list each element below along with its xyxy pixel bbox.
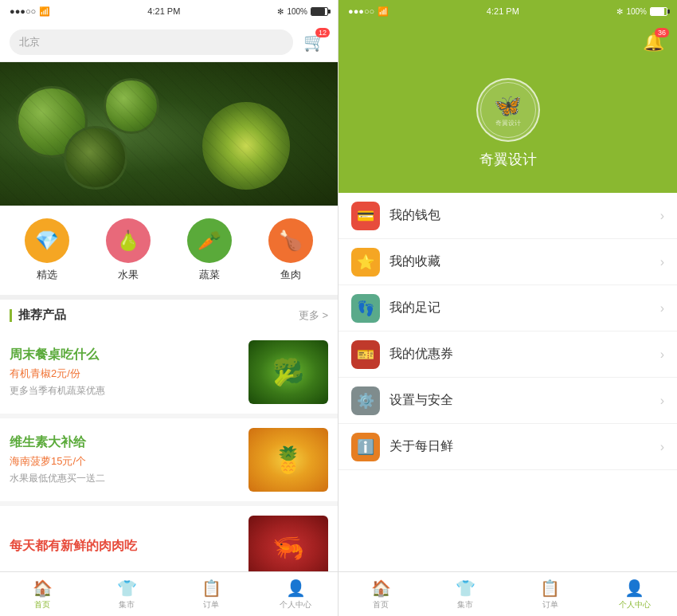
nav-order-label-left: 订单 bbox=[203, 599, 219, 610]
menu-item-settings[interactable]: ⚙️ 设置与安全 › bbox=[338, 378, 677, 424]
nav-profile-label-right: 个人中心 bbox=[619, 599, 651, 610]
profile-section: 🦋 奇翼设计 奇翼设计 bbox=[338, 62, 677, 193]
chicken-icon: 🍗 bbox=[279, 230, 303, 252]
product-desc-0: 更多当季有机蔬菜优惠 bbox=[10, 384, 248, 398]
product-list: 周末餐桌吃什么 有机青椒2元/份 更多当季有机蔬菜优惠 🥦 维生素大补给 海南菠… bbox=[0, 331, 338, 571]
product-subtitle-1: 海南菠萝15元/个 bbox=[10, 454, 248, 469]
nav-profile-left[interactable]: 👤 个人中心 bbox=[253, 572, 338, 616]
left-header: 北京 🛒 12 bbox=[0, 22, 338, 62]
carrot-icon: 🥕 bbox=[198, 230, 221, 252]
profile-icon-right: 👤 bbox=[624, 579, 644, 598]
chevron-right-icon-about: › bbox=[660, 440, 664, 454]
bottom-nav-left: 🏠 首页 👕 集市 📋 订单 👤 个人中心 bbox=[0, 571, 338, 616]
fruit-visual: 🍍 bbox=[248, 428, 328, 492]
coupon-icon: 🎫 bbox=[357, 346, 374, 363]
nav-jishi-label-left: 集市 bbox=[119, 599, 135, 610]
menu-label-footprint: 我的足记 bbox=[389, 300, 660, 316]
menu-label-favorites: 我的收藏 bbox=[389, 253, 660, 270]
category-shuiguo[interactable]: 🍐 水果 bbox=[106, 218, 151, 282]
title-bar-decoration bbox=[10, 309, 12, 322]
product-info-1: 维生素大补给 海南菠萝15元/个 水果最低优惠买一送二 bbox=[10, 434, 248, 485]
status-left-right: ●●●○○ 📶 bbox=[348, 6, 389, 17]
product-title-1: 维生素大补给 bbox=[10, 434, 248, 451]
notif-badge: 36 bbox=[655, 28, 669, 37]
logo-tagline: 奇翼设计 bbox=[495, 119, 521, 128]
jishi-icon-left: 👕 bbox=[117, 579, 137, 598]
status-time-right: 4:21 PM bbox=[487, 6, 519, 16]
nav-order-left[interactable]: 📋 订单 bbox=[169, 572, 253, 616]
product-card-1[interactable]: 维生素大补给 海南菠萝15元/个 水果最低优惠买一送二 🍍 bbox=[0, 418, 338, 501]
footprint-icon-wrap: 👣 bbox=[351, 294, 380, 323]
about-icon-wrap: ℹ️ bbox=[351, 433, 380, 461]
hero-banner bbox=[0, 62, 338, 206]
chevron-right-icon-settings: › bbox=[660, 394, 664, 408]
more-link[interactable]: 更多 > bbox=[299, 308, 328, 323]
section-title: 推荐产品 bbox=[18, 308, 299, 323]
search-bar[interactable]: 北京 bbox=[10, 29, 293, 55]
product-card-2[interactable]: 每天都有新鲜的肉肉吃 🦐 bbox=[0, 506, 338, 571]
category-icon-shuiguo: 🍐 bbox=[106, 218, 151, 263]
nav-profile-right[interactable]: 👤 个人中心 bbox=[593, 572, 677, 616]
wallet-icon-wrap: 💳 bbox=[351, 202, 380, 230]
section-header: 推荐产品 更多 > bbox=[0, 295, 338, 331]
left-phone: ●●●○○ 📶 4:21 PM ✻ 100% 北京 🛒 12 bbox=[0, 0, 338, 616]
product-info-2: 每天都有新鲜的肉肉吃 bbox=[10, 538, 248, 558]
category-shucai[interactable]: 🥕 蔬菜 bbox=[187, 218, 232, 282]
nav-jishi-left[interactable]: 👕 集市 bbox=[84, 572, 169, 616]
nav-profile-label-left: 个人中心 bbox=[280, 599, 311, 610]
pear-icon: 🍐 bbox=[116, 230, 140, 252]
signal-dots: ●●●○○ bbox=[10, 6, 36, 16]
nav-home-right[interactable]: 🏠 首页 bbox=[338, 572, 423, 616]
status-time-left: 4:21 PM bbox=[147, 6, 180, 16]
category-label-shuiguo: 水果 bbox=[118, 268, 139, 282]
product-info-0: 周末餐桌吃什么 有机青椒2元/份 更多当季有机蔬菜优惠 bbox=[10, 347, 248, 398]
menu-item-footprint[interactable]: 👣 我的足记 › bbox=[338, 285, 677, 332]
logo-inner: 🦋 奇翼设计 bbox=[480, 82, 536, 138]
favorites-icon-wrap: ⭐ bbox=[351, 248, 380, 277]
battery-percent-left: 100% bbox=[287, 7, 307, 16]
bottom-nav-right: 🏠 首页 👕 集市 📋 订单 👤 个人中心 bbox=[338, 571, 677, 616]
category-label-jingxuan: 精选 bbox=[37, 268, 57, 282]
product-card-0[interactable]: 周末餐桌吃什么 有机青椒2元/份 更多当季有机蔬菜优惠 🥦 bbox=[0, 331, 338, 414]
cart-button[interactable]: 🛒 12 bbox=[299, 28, 328, 57]
nav-home-left[interactable]: 🏠 首页 bbox=[0, 572, 84, 616]
menu-item-wallet[interactable]: 💳 我的钱包 › bbox=[338, 193, 677, 239]
battery-section-left: ✻ 100% bbox=[277, 7, 328, 16]
avatar-circle: 🦋 奇翼设计 bbox=[476, 78, 540, 142]
info-icon: ℹ️ bbox=[357, 438, 374, 456]
menu-item-favorites[interactable]: ⭐ 我的收藏 › bbox=[338, 239, 677, 285]
coupon-icon-wrap: 🎫 bbox=[351, 340, 380, 369]
right-header: 🔔 36 bbox=[338, 22, 677, 62]
chevron-right-icon-footprint: › bbox=[660, 301, 664, 316]
nav-jishi-right[interactable]: 👕 集市 bbox=[423, 572, 507, 616]
category-yurou[interactable]: 🍗 鱼肉 bbox=[268, 218, 313, 282]
chevron-right-icon-favorites: › bbox=[660, 255, 664, 269]
nav-order-right[interactable]: 📋 订单 bbox=[508, 572, 593, 616]
battery-icon-right bbox=[650, 7, 667, 16]
footprint-icon: 👣 bbox=[357, 300, 374, 317]
category-icon-yurou: 🍗 bbox=[268, 218, 313, 263]
menu-label-settings: 设置与安全 bbox=[389, 392, 660, 409]
nav-order-label-right: 订单 bbox=[542, 599, 558, 610]
product-image-0: 🥦 bbox=[248, 340, 328, 404]
menu-item-about[interactable]: ℹ️ 关于每日鲜 › bbox=[338, 424, 677, 470]
category-jingxuan[interactable]: 💎 精选 bbox=[25, 218, 69, 282]
category-label-shucai: 蔬菜 bbox=[199, 268, 220, 282]
product-title-2: 每天都有新鲜的肉肉吃 bbox=[10, 538, 248, 555]
order-icon-left: 📋 bbox=[202, 579, 221, 598]
order-icon-right: 📋 bbox=[540, 579, 560, 598]
status-bar-left: ●●●○○ 📶 4:21 PM ✻ 100% bbox=[0, 0, 338, 22]
product-image-1: 🍍 bbox=[248, 428, 328, 492]
menu-label-about: 关于每日鲜 bbox=[389, 438, 660, 455]
category-icon-shucai: 🥕 bbox=[187, 218, 232, 263]
notification-button[interactable]: 🔔 36 bbox=[639, 28, 667, 57]
product-subtitle-0: 有机青椒2元/份 bbox=[10, 367, 248, 381]
menu-item-coupon[interactable]: 🎫 我的优惠券 › bbox=[338, 332, 677, 378]
diamond-icon: 💎 bbox=[35, 230, 59, 252]
status-left: ●●●○○ 📶 bbox=[10, 6, 50, 17]
home-icon-right: 🏠 bbox=[371, 579, 391, 598]
bluetooth-icon: ✻ bbox=[277, 7, 284, 16]
product-image-2: 🦐 bbox=[248, 516, 328, 571]
categories: 💎 精选 🍐 水果 🥕 蔬菜 🍗 鱼肉 bbox=[0, 206, 338, 295]
kiwi-pattern bbox=[0, 62, 338, 206]
